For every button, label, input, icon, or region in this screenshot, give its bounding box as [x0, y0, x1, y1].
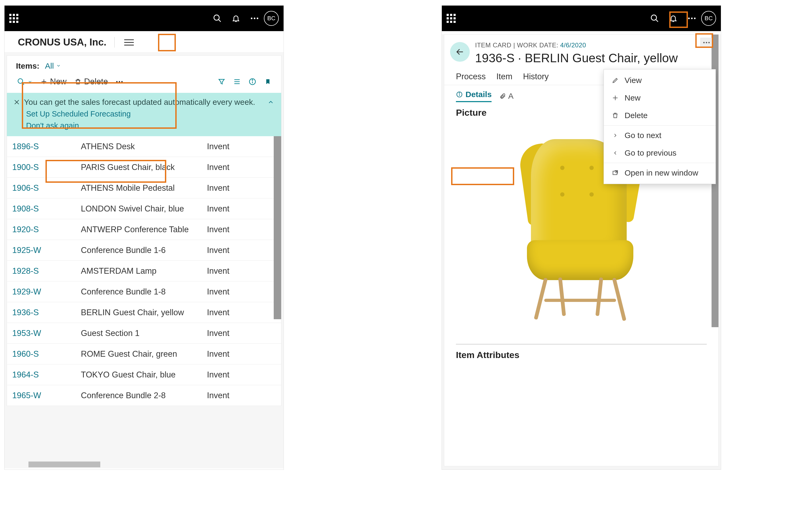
items-filter[interactable]: All — [45, 61, 54, 70]
menu-delete[interactable]: Delete — [604, 107, 716, 124]
banner-link-dismiss[interactable]: Don't ask again — [26, 120, 276, 132]
item-inv: Invent — [207, 142, 281, 151]
filter-icon[interactable] — [214, 76, 229, 88]
item-desc: LONDON Swivel Chair, blue — [81, 204, 207, 214]
table-row[interactable]: 1908-SLONDON Swivel Chair, blueInvent — [7, 198, 281, 219]
item-no[interactable]: 1920-S — [12, 225, 81, 234]
item-no[interactable]: 1964-S — [12, 370, 81, 380]
notifications-icon[interactable] — [664, 9, 683, 28]
tab-details[interactable]: Details — [456, 90, 492, 102]
item-no[interactable]: 1900-S — [12, 163, 81, 172]
list-page: Items: All New Delete — [4, 53, 284, 469]
item-no[interactable]: 1896-S — [12, 142, 81, 151]
table-row[interactable]: 1925-WConference Bundle 1-6Invent — [7, 240, 281, 261]
list-view-icon[interactable] — [230, 76, 244, 88]
item-no[interactable]: 1925-W — [12, 246, 81, 255]
back-button[interactable] — [450, 42, 470, 62]
info-icon[interactable] — [245, 76, 260, 88]
table-row[interactable]: 1936-SBERLIN Guest Chair, yellowInvent — [7, 302, 281, 323]
bookmark-icon[interactable] — [261, 76, 275, 88]
menu-open-new-window[interactable]: Open in new window — [604, 164, 716, 182]
chevron-down-icon — [56, 63, 61, 68]
top-bar: BC — [4, 5, 284, 31]
vertical-scrollbar[interactable] — [274, 136, 281, 319]
phone-item-card: BC ITEM CARD | WORK DATE: 4/6/2020 1936-… — [441, 5, 721, 470]
tab-item[interactable]: Item — [496, 72, 512, 81]
svg-point-4 — [257, 18, 258, 19]
app-launcher-icon[interactable] — [9, 14, 18, 23]
item-no[interactable]: 1953-W — [12, 328, 81, 338]
tab-attachments[interactable]: A — [499, 92, 513, 100]
svg-line-21 — [656, 19, 658, 22]
table-row[interactable]: 1896-SATHENS DeskInvent — [7, 136, 281, 157]
search-list-button[interactable] — [13, 77, 36, 87]
more-icon[interactable] — [245, 9, 264, 28]
table-row[interactable]: 1929-WConference Bundle 1-8Invent — [7, 281, 281, 302]
menu-go-previous[interactable]: Go to previous — [604, 144, 716, 162]
card-page: ITEM CARD | WORK DATE: 4/6/2020 1936-S ·… — [442, 34, 721, 470]
item-no[interactable]: 1928-S — [12, 266, 81, 276]
svg-point-20 — [651, 15, 657, 20]
svg-point-5 — [18, 79, 23, 83]
svg-point-0 — [214, 15, 219, 20]
item-inv: Invent — [207, 370, 281, 380]
attach-label: A — [508, 92, 513, 100]
banner-link-setup[interactable]: Set Up Scheduled Forecasting — [26, 108, 276, 120]
breadcrumb-workdate[interactable]: 4/6/2020 — [560, 41, 586, 49]
item-no[interactable]: 1965-W — [12, 391, 81, 400]
details-label: Details — [466, 90, 492, 99]
table-row[interactable]: 1953-WGuest Section 1Invent — [7, 323, 281, 344]
collapse-icon[interactable] — [267, 99, 274, 106]
items-grid: 1896-SATHENS DeskInvent 1900-SPARIS Gues… — [7, 136, 281, 406]
menu-view-label: View — [625, 76, 642, 85]
company-header: CRONUS USA, Inc. — [4, 31, 284, 53]
avatar[interactable]: BC — [264, 11, 279, 26]
notifications-icon[interactable] — [227, 9, 245, 28]
item-no[interactable]: 1908-S — [12, 204, 81, 214]
hamburger-menu-icon[interactable] — [122, 36, 135, 49]
table-row[interactable]: 1965-WConference Bundle 2-8Invent — [7, 385, 281, 406]
close-icon[interactable] — [13, 99, 20, 106]
new-button[interactable]: New — [37, 76, 70, 88]
tab-history[interactable]: History — [523, 72, 549, 81]
item-desc: ATHENS Mobile Pedestal — [81, 183, 207, 193]
search-icon[interactable] — [208, 9, 227, 28]
menu-view[interactable]: View — [604, 72, 716, 89]
table-row[interactable]: 1960-SROME Guest Chair, greenInvent — [7, 344, 281, 364]
breadcrumb: ITEM CARD | WORK DATE: 4/6/2020 — [475, 41, 712, 49]
menu-go-next[interactable]: Go to next — [604, 127, 716, 144]
svg-line-1 — [218, 19, 221, 22]
avatar[interactable]: BC — [701, 11, 716, 26]
item-no[interactable]: 1906-S — [12, 183, 81, 193]
card-header: ITEM CARD | WORK DATE: 4/6/2020 1936-S ·… — [444, 35, 719, 66]
menu-new[interactable]: New — [604, 89, 716, 107]
plus-icon — [611, 94, 620, 101]
card-more-icon[interactable] — [700, 38, 712, 48]
item-no[interactable]: 1960-S — [12, 349, 81, 359]
trash-icon — [611, 112, 620, 119]
table-row[interactable]: 1900-SPARIS Guest Chair, blackInvent — [7, 157, 281, 178]
item-no[interactable]: 1936-S — [12, 308, 81, 317]
item-no[interactable]: 1929-W — [12, 287, 81, 297]
list-toolbar: New Delete — [7, 74, 281, 93]
table-row[interactable]: 1928-SAMSTERDAM LampInvent — [7, 261, 281, 281]
svg-point-2 — [251, 18, 252, 19]
svg-point-17 — [252, 80, 253, 81]
tab-process[interactable]: Process — [456, 72, 486, 81]
app-launcher-icon[interactable] — [446, 14, 456, 23]
search-icon[interactable] — [645, 9, 664, 28]
svg-point-3 — [254, 18, 255, 19]
table-row[interactable]: 1964-STOKYO Guest Chair, blueInvent — [7, 364, 281, 385]
table-row[interactable]: 1906-SATHENS Mobile PedestalInvent — [7, 178, 281, 198]
toolbar-more-icon[interactable] — [112, 79, 127, 84]
menu-next-label: Go to next — [625, 131, 661, 140]
delete-button[interactable]: Delete — [71, 76, 112, 88]
item-inv: Invent — [207, 308, 281, 317]
svg-line-6 — [22, 83, 24, 85]
banner-links: Set Up Scheduled Forecasting Don't ask a… — [26, 108, 276, 131]
view-selector[interactable]: Items: All — [7, 56, 281, 74]
more-icon[interactable] — [683, 9, 701, 28]
chevron-left-icon — [611, 150, 620, 156]
horizontal-scrollbar[interactable] — [28, 461, 100, 467]
table-row[interactable]: 1920-SANTWERP Conference TableInvent — [7, 219, 281, 240]
